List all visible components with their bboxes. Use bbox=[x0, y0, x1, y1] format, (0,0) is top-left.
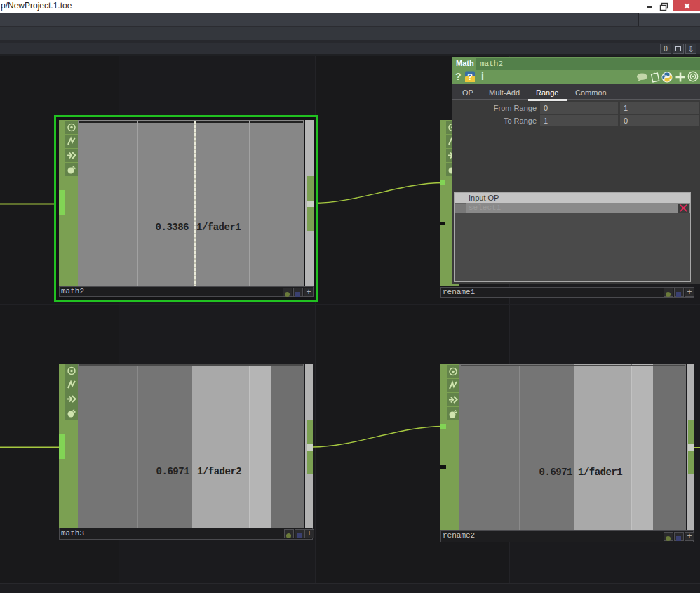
svg-text:?: ? bbox=[467, 72, 473, 82]
